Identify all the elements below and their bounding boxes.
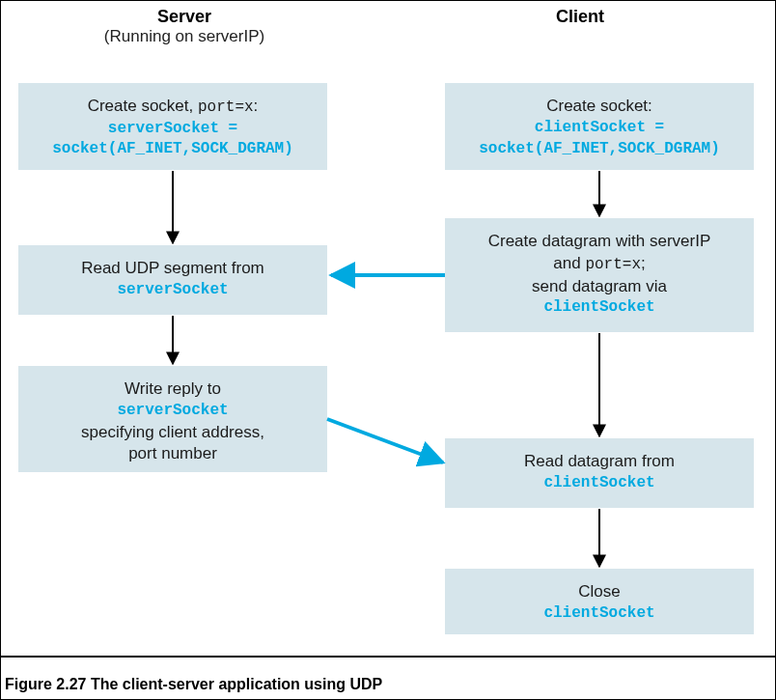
client-box3-code1: clientSocket <box>454 473 745 494</box>
client-box2-line1: Create datagram with serverIP <box>454 231 745 253</box>
server-subtitle: (Running on serverIP) <box>59 27 310 46</box>
diagram-wrapper: Server (Running on serverIP) Client Crea… <box>0 0 776 700</box>
client-title: Client <box>484 7 677 27</box>
text-fragment: and <box>553 254 585 272</box>
inline-code: port=x <box>198 98 254 116</box>
server-box1-code2: socket(AF_INET,SOCK_DGRAM) <box>27 139 319 160</box>
server-box3-line3: port number <box>27 443 319 465</box>
text-fragment: ; <box>641 254 646 272</box>
client-box1-code2: socket(AF_INET,SOCK_DGRAM) <box>454 139 745 160</box>
client-box1-line1: Create socket: <box>454 96 745 118</box>
client-box4-line1: Close <box>454 581 745 603</box>
server-box1-line1: Create socket, port=x: <box>27 96 319 119</box>
client-create-socket-box: Create socket: clientSocket = socket(AF_… <box>445 83 754 170</box>
text-fragment: Create socket, <box>88 97 198 115</box>
server-read-segment-box: Read UDP segment from serverSocket <box>18 245 327 315</box>
client-box2-code1: clientSocket <box>454 297 745 319</box>
text-fragment: : <box>254 97 259 115</box>
server-box3-line1: Write reply to <box>27 378 319 401</box>
client-read-datagram-box: Read datagram from clientSocket <box>445 438 754 508</box>
client-box2-line3: send datagram via <box>454 276 745 298</box>
client-header: Client <box>484 7 677 27</box>
server-box2-line1: Read UDP segment from <box>27 258 319 280</box>
server-title: Server <box>59 7 310 27</box>
server-box1-code1: serverSocket = <box>27 119 319 140</box>
client-box2-line2: and port=x; <box>454 253 745 276</box>
client-close-box: Close clientSocket <box>445 569 754 634</box>
client-box3-line1: Read datagram from <box>454 451 745 473</box>
figure-caption: Figure 2.27 The client-server applicatio… <box>5 676 382 693</box>
server-create-socket-box: Create socket, port=x: serverSocket = so… <box>18 83 327 170</box>
arrow-reply-datagram <box>327 419 443 462</box>
server-write-reply-box: Write reply to serverSocket specifying c… <box>18 366 327 472</box>
caption-divider <box>1 656 776 658</box>
inline-code: port=x <box>585 256 641 273</box>
client-box1-code1: clientSocket = <box>454 118 745 139</box>
client-create-datagram-box: Create datagram with serverIP and port=x… <box>445 218 754 332</box>
server-box3-code1: serverSocket <box>27 401 319 422</box>
server-box3-line2: specifying client address, <box>27 422 319 444</box>
client-box4-code1: clientSocket <box>454 603 745 625</box>
server-box2-code1: serverSocket <box>27 280 319 301</box>
server-header: Server (Running on serverIP) <box>59 7 310 46</box>
